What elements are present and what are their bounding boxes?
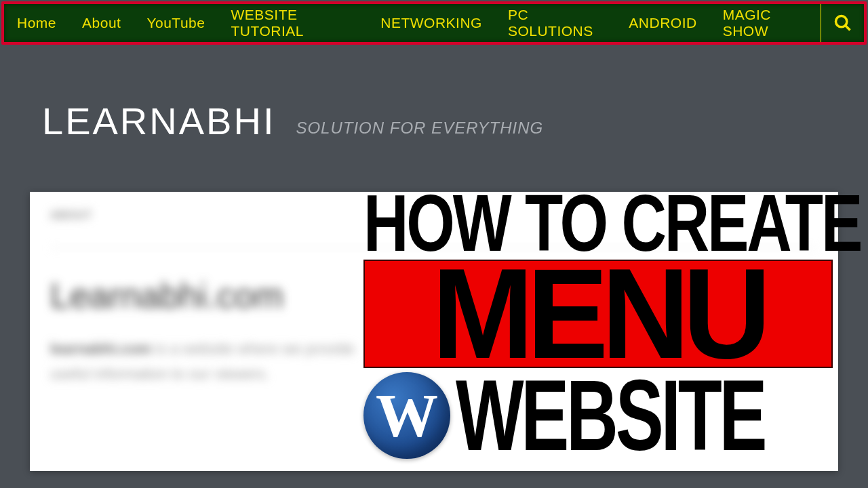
site-title: LEARNABHI xyxy=(42,99,275,143)
top-nav-bar: Home About YouTube WEBSITE TUTORIAL NETW… xyxy=(1,1,867,45)
nav-search-button[interactable] xyxy=(821,4,864,42)
thumbnail-line-2: MENU xyxy=(432,263,764,365)
about-body-text: learnabhi.com is a website where we prov… xyxy=(50,336,376,387)
nav-item-youtube[interactable]: YouTube xyxy=(134,4,218,42)
svg-point-0 xyxy=(835,16,846,27)
search-icon xyxy=(833,14,852,33)
thumbnail-line-3: WEBSITE xyxy=(456,373,764,458)
content-panel: ABOUT Learnabhi.com learnabhi.com is a w… xyxy=(30,192,838,471)
site-tagline: SOLUTION FOR EVERYTHING xyxy=(296,119,543,143)
nav-item-website-tutorial[interactable]: WEBSITE TUTORIAL xyxy=(218,4,368,42)
thumbnail-line-2-banner: MENU xyxy=(363,260,833,368)
svg-line-1 xyxy=(845,26,850,30)
nav-item-android[interactable]: ANDROID xyxy=(616,4,709,42)
site-header: LEARNABHI SOLUTION FOR EVERYTHING xyxy=(0,46,868,143)
wordpress-logo-icon: W xyxy=(363,372,450,459)
nav-item-about[interactable]: About xyxy=(69,4,134,42)
nav-items: Home About YouTube WEBSITE TUTORIAL NETW… xyxy=(4,4,821,42)
thumbnail-line-3-row: W WEBSITE xyxy=(363,372,838,459)
nav-item-pc-solutions[interactable]: PC SOLUTIONS xyxy=(495,4,616,42)
nav-item-networking[interactable]: NETWORKING xyxy=(368,4,495,42)
nav-item-home[interactable]: Home xyxy=(4,4,69,42)
thumbnail-overlay: HOW TO CREATE MENU W WEBSITE xyxy=(363,192,838,471)
about-body-bold: learnabhi.com xyxy=(50,340,151,357)
nav-item-magic-show[interactable]: MAGIC SHOW xyxy=(710,4,821,42)
